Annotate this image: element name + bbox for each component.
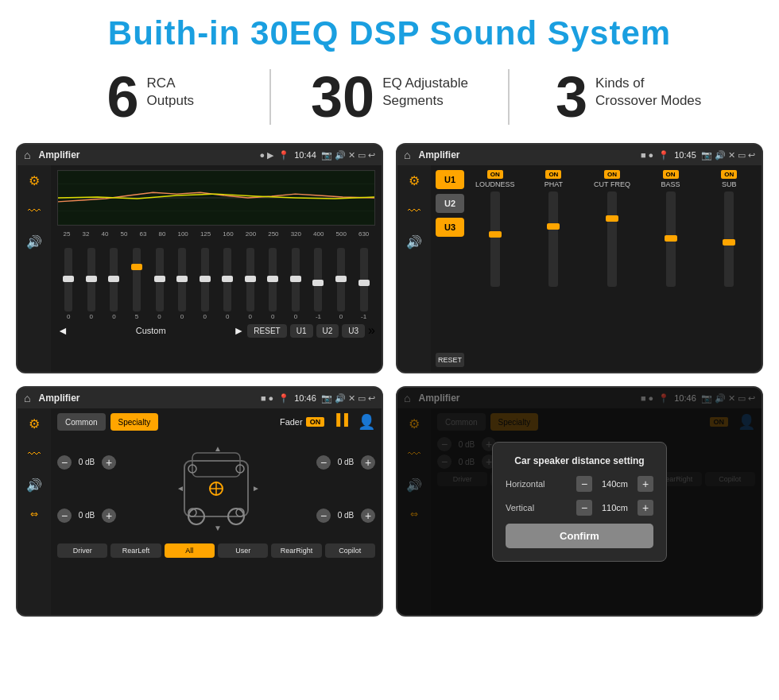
fader-user-icon: 👤 — [358, 413, 375, 431]
eq-reset-btn[interactable]: RESET — [247, 324, 286, 338]
eq-slider-11[interactable]: 0 — [292, 248, 300, 320]
btn-driver[interactable]: Driver — [57, 543, 107, 558]
eq-slider-5[interactable]: 0 — [156, 248, 164, 320]
eq-slider-8[interactable]: 0 — [223, 248, 231, 320]
crossover-status-bar: ⌂ Amplifier ■ ● 📍 10:45 📷 🔊 ✕ ▭ ↩ — [397, 145, 762, 165]
dialog-horizontal-row: Horizontal − 140cm + — [506, 476, 653, 492]
fader-nav-icon-2[interactable]: 〰 — [28, 447, 41, 462]
svg-text:◄: ◄ — [176, 484, 184, 493]
home-icon-3[interactable]: ⌂ — [24, 392, 30, 404]
ch-phat-slider[interactable] — [548, 191, 558, 287]
btn-user[interactable]: User — [218, 543, 268, 558]
btn-copilot[interactable]: Copilot — [325, 543, 375, 558]
db-plus-tl[interactable]: + — [102, 455, 116, 470]
stat-rca: 6 RCAOutputs — [48, 68, 254, 126]
fader-status-bar: ⌂ Amplifier ■ ● 📍 10:46 📷 🔊 ✕ ▭ ↩ — [17, 388, 382, 408]
eq-slider-9[interactable]: 0 — [246, 248, 254, 320]
home-icon-2[interactable]: ⌂ — [404, 149, 410, 161]
btn-rearright[interactable]: RearRight — [271, 543, 321, 558]
db-minus-tl[interactable]: − — [57, 455, 72, 470]
ch-phat-badge: ON — [545, 170, 561, 179]
ch-phat-label: PHAT — [545, 180, 563, 188]
db-minus-br[interactable]: − — [316, 509, 331, 523]
db-minus-bl[interactable]: − — [57, 509, 72, 523]
page-title: Buith-in 30EQ DSP Sound System — [0, 0, 779, 60]
eq-slider-12[interactable]: -1 — [314, 248, 322, 320]
eq-slider-6[interactable]: 0 — [178, 248, 186, 320]
u2-button[interactable]: U2 — [436, 194, 464, 213]
eq-nav-icon-3[interactable]: 🔊 — [26, 234, 42, 249]
eq-main-area: 253240506380100125160200250320400500630 … — [51, 165, 382, 372]
eq-nav-icon-1[interactable]: ⚙ — [29, 173, 40, 188]
eq-u1-btn[interactable]: U1 — [290, 324, 313, 338]
tab-common[interactable]: Common — [57, 413, 106, 431]
car-diagram: ▲ ▼ ◄ ► — [121, 437, 312, 540]
eq-slider-7[interactable]: 0 — [201, 248, 209, 320]
eq-slider-3[interactable]: 0 — [110, 248, 118, 320]
db-plus-bl[interactable]: + — [102, 509, 116, 523]
stat-divider-1 — [269, 69, 271, 125]
crossover-side-nav: ⚙ 〰 🔊 — [397, 165, 431, 372]
u1-button[interactable]: U1 — [436, 170, 464, 189]
btn-all[interactable]: All — [165, 543, 215, 558]
stat-label-rca: RCAOutputs — [147, 68, 195, 110]
eq-next-btn[interactable]: ► — [234, 324, 245, 337]
eq-slider-13[interactable]: 0 — [337, 248, 345, 320]
u3-button[interactable]: U3 — [436, 218, 464, 237]
eq-slider-4[interactable]: 5 — [133, 248, 141, 320]
horizontal-plus-btn[interactable]: + — [638, 476, 653, 492]
vertical-plus-btn[interactable]: + — [638, 500, 653, 516]
ch-bass-slider[interactable] — [666, 191, 676, 287]
ch-bass-badge: ON — [663, 170, 679, 179]
dialog-vertical-row: Vertical − 110cm + — [506, 500, 653, 516]
crossover-nav-icon-1[interactable]: ⚙ — [409, 173, 420, 188]
eq-slider-1[interactable]: 0 — [64, 248, 72, 320]
dialog-horizontal-control: − 140cm + — [576, 476, 653, 492]
confirm-button[interactable]: Confirm — [506, 524, 653, 548]
eq-prev-btn[interactable]: ◄ — [57, 324, 68, 337]
dialog-horizontal-label: Horizontal — [506, 479, 545, 489]
eq-status-icons: 📷 🔊 ✕ ▭ ↩ — [321, 150, 375, 160]
eq-graph — [57, 170, 375, 226]
eq-u2-btn[interactable]: U2 — [316, 324, 339, 338]
eq-slider-14[interactable]: -1 — [360, 248, 368, 320]
crossover-reset-btn[interactable]: RESET — [436, 353, 464, 367]
crossover-dot-icons: ■ ● — [641, 150, 653, 160]
ch-loudness-badge: ON — [487, 170, 503, 179]
fader-screen: ⌂ Amplifier ■ ● 📍 10:46 📷 🔊 ✕ ▭ ↩ ⚙ 〰 🔊 … — [16, 386, 383, 617]
tab-specialty[interactable]: Specialty — [110, 413, 159, 431]
db-plus-tr[interactable]: + — [361, 455, 375, 470]
eq-nav-icon-2[interactable]: 〰 — [28, 204, 41, 219]
ch-cutfreq-slider[interactable] — [607, 191, 617, 287]
eq-u3-btn[interactable]: U3 — [342, 324, 365, 338]
eq-side-nav: ⚙ 〰 🔊 — [17, 165, 51, 372]
db-plus-br[interactable]: + — [361, 509, 375, 523]
eq-expand-icon[interactable]: » — [368, 323, 375, 338]
stat-number-3: 3 — [556, 68, 587, 126]
stat-crossover: 3 Kinds ofCrossover Modes — [525, 68, 731, 126]
home-icon-1[interactable]: ⌂ — [24, 149, 30, 161]
fader-nav-icon-3[interactable]: 🔊 — [26, 478, 42, 493]
db-control-topleft: − 0 dB + — [57, 455, 116, 470]
crossover-nav-icon-2[interactable]: 〰 — [408, 204, 421, 219]
fader-nav-icon-1[interactable]: ⚙ — [29, 416, 40, 431]
fader-nav-icon-4[interactable]: ⇔ — [30, 509, 38, 520]
ch-cutfreq-badge: ON — [604, 170, 620, 179]
ch-bass-label: BASS — [661, 180, 680, 188]
crossover-left-panel: U1 U2 U3 RESET — [436, 170, 464, 367]
fader-main-area: Common Specialty Fader ON ▐▐ 👤 − — [51, 408, 382, 615]
ch-sub-slider[interactable] — [724, 191, 734, 287]
btn-rearleft[interactable]: RearLeft — [110, 543, 161, 558]
fader-time: 10:46 — [294, 393, 316, 403]
ch-loudness-slider[interactable] — [490, 191, 500, 287]
crossover-nav-icon-3[interactable]: 🔊 — [406, 234, 422, 249]
eq-slider-2[interactable]: 0 — [87, 248, 95, 320]
vertical-minus-btn[interactable]: − — [576, 500, 592, 516]
fader-status-icons: 📷 🔊 ✕ ▭ ↩ — [321, 393, 375, 404]
eq-slider-10[interactable]: 0 — [269, 248, 277, 320]
crossover-app-name: Amplifier — [418, 149, 635, 160]
horizontal-minus-btn[interactable]: − — [576, 476, 592, 492]
ch-sub-badge: ON — [721, 170, 737, 179]
db-minus-tr[interactable]: − — [316, 455, 331, 470]
db-val-tr: 0 dB — [334, 458, 358, 466]
